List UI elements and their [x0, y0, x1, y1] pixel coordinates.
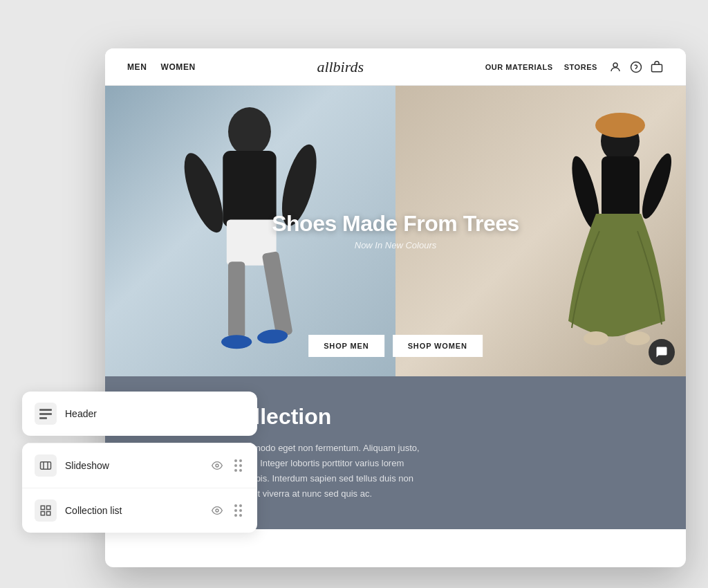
svg-point-21 — [216, 509, 218, 512]
account-icon[interactable] — [608, 60, 622, 74]
svg-rect-2 — [651, 64, 662, 72]
shop-women-button[interactable]: SHOP WOMEN — [393, 335, 483, 357]
header-item-icon — [35, 403, 57, 425]
collection-drag-icon[interactable] — [231, 504, 245, 517]
svg-point-20 — [216, 464, 218, 467]
svg-point-10 — [221, 335, 252, 349]
svg-point-0 — [613, 63, 617, 67]
collection-list-actions — [210, 504, 245, 517]
nav-materials[interactable]: OUR MATERIALS — [485, 63, 553, 71]
svg-rect-14 — [602, 156, 640, 219]
site-nav-right: OUR MATERIALS STORES — [485, 60, 664, 74]
panel-sections-item: Slideshow — [22, 443, 257, 533]
slideshow-row[interactable]: Slideshow — [22, 443, 257, 488]
svg-point-16 — [637, 151, 678, 222]
nav-icons — [608, 60, 664, 74]
woman-figure — [548, 93, 686, 376]
slideshow-icon — [35, 454, 57, 477]
panel-header-item: Header — [22, 392, 257, 436]
collection-list-label: Collection list — [65, 505, 210, 516]
slideshow-drag-icon[interactable] — [231, 459, 245, 472]
shop-men-button[interactable]: SHOP MEN — [308, 335, 384, 357]
chat-button[interactable] — [649, 339, 675, 365]
cart-icon[interactable] — [650, 60, 664, 74]
collection-visibility-icon[interactable] — [210, 504, 224, 517]
slideshow-label: Slideshow — [65, 460, 210, 471]
hero-subtitle: Now In New Colours — [272, 240, 519, 250]
header-item-label: Header — [65, 408, 245, 419]
svg-rect-4 — [223, 151, 276, 228]
help-icon[interactable] — [629, 60, 643, 74]
svg-point-13 — [595, 113, 645, 138]
slideshow-visibility-icon[interactable] — [210, 459, 224, 472]
slideshow-actions — [210, 459, 245, 472]
svg-rect-9 — [262, 251, 293, 337]
site-nav-left: MEN WOMEN — [127, 62, 196, 72]
svg-point-17 — [584, 331, 608, 345]
hero-buttons: SHOP MEN SHOP WOMEN — [308, 335, 483, 357]
header-icon-graphic — [39, 409, 52, 419]
svg-point-18 — [625, 331, 650, 345]
panel-header-row[interactable]: Header — [22, 392, 257, 436]
hero-section: Shoes Made From Trees Now In New Colours… — [105, 86, 686, 376]
collection-list-icon — [35, 499, 57, 522]
site-header: MEN WOMEN allbirds OUR MATERIALS STORES — [105, 48, 686, 86]
sidebar-panel: Header Slideshow — [22, 392, 257, 540]
hero-title: Shoes Made From Trees — [272, 212, 519, 236]
nav-women[interactable]: WOMEN — [160, 62, 195, 72]
nav-stores[interactable]: STORES — [564, 63, 597, 71]
collection-list-row[interactable]: Collection list — [22, 488, 257, 533]
svg-rect-8 — [228, 261, 245, 338]
hero-text: Shoes Made From Trees Now In New Colours — [272, 212, 519, 250]
nav-men[interactable]: MEN — [127, 62, 147, 72]
site-logo: allbirds — [317, 58, 364, 76]
svg-point-3 — [228, 107, 271, 156]
svg-rect-19 — [41, 462, 51, 470]
